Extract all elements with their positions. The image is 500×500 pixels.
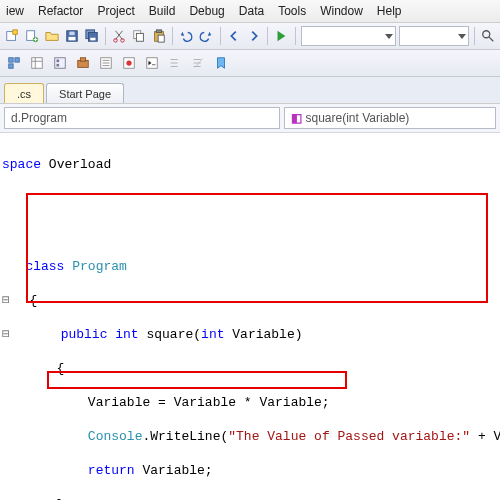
menu-data[interactable]: Data [239,4,264,18]
svg-rect-5 [68,37,75,41]
menu-view[interactable]: iew [6,4,24,18]
cut-icon[interactable] [111,26,128,46]
separator [105,27,106,45]
save-icon[interactable] [63,26,80,46]
highlight-box-1 [26,193,488,303]
svg-rect-1 [13,30,17,34]
comment-icon[interactable] [165,53,185,73]
separator [220,27,221,45]
toolbar-1 [0,23,500,50]
tab-cs[interactable]: .cs [4,83,44,103]
nav-back-icon[interactable] [225,26,242,46]
menu-project[interactable]: Project [97,4,134,18]
nav-fwd-icon[interactable] [245,26,262,46]
separator [172,27,173,45]
svg-rect-18 [9,58,13,62]
code-editor[interactable]: space Overload class Program ⊟ { ⊟ publi… [0,133,500,500]
svg-rect-30 [147,58,158,69]
error-list-icon[interactable] [119,53,139,73]
paste-icon[interactable] [150,26,167,46]
output-icon[interactable] [142,53,162,73]
open-icon[interactable] [44,26,61,46]
menu-build[interactable]: Build [149,4,176,18]
start-debug-icon[interactable] [273,26,290,46]
nav-bar: d.Program ◧square(int Variable) [0,104,500,133]
menu-refactor[interactable]: Refactor [38,4,83,18]
nav-type-text: d.Program [11,111,67,125]
separator [295,27,296,45]
svg-rect-6 [69,32,74,36]
save-all-icon[interactable] [83,26,100,46]
svg-rect-9 [90,38,95,41]
menu-bar: iew Refactor Project Build Debug Data To… [0,0,500,23]
solution-explorer-icon[interactable] [50,53,70,73]
config-combo[interactable] [301,26,396,46]
toolbox-icon[interactable] [73,53,93,73]
svg-point-17 [482,31,489,38]
object-browser-icon[interactable] [27,53,47,73]
svg-rect-19 [15,58,19,62]
uncomment-icon[interactable] [188,53,208,73]
platform-combo[interactable] [399,26,469,46]
svg-rect-24 [57,64,60,67]
nav-member-combo[interactable]: ◧square(int Variable) [284,107,496,129]
svg-point-29 [126,60,131,65]
separator [474,27,475,45]
tab-startpage[interactable]: Start Page [46,83,124,103]
copy-icon[interactable] [131,26,148,46]
find-icon[interactable] [479,26,496,46]
method-icon: ◧ [291,111,302,125]
bookmark-icon[interactable] [211,53,231,73]
document-tabs: .cs Start Page [0,77,500,104]
new-project-icon[interactable] [4,26,21,46]
redo-icon[interactable] [198,26,215,46]
class-view-icon[interactable] [4,53,24,73]
nav-type-combo[interactable]: d.Program [4,107,280,129]
properties-icon[interactable] [96,53,116,73]
separator [267,27,268,45]
svg-rect-23 [57,60,60,63]
menu-tools[interactable]: Tools [278,4,306,18]
menu-help[interactable]: Help [377,4,402,18]
add-item-icon[interactable] [24,26,41,46]
svg-rect-16 [158,35,164,42]
menu-window[interactable]: Window [320,4,363,18]
svg-rect-26 [80,58,85,62]
toolbar-2 [0,50,500,77]
nav-member-text: square(int Variable) [306,111,410,125]
svg-rect-13 [136,33,143,41]
svg-rect-20 [9,64,13,68]
svg-rect-21 [32,58,43,69]
svg-rect-15 [156,30,161,33]
undo-icon[interactable] [178,26,195,46]
svg-rect-22 [55,58,66,69]
menu-debug[interactable]: Debug [189,4,224,18]
